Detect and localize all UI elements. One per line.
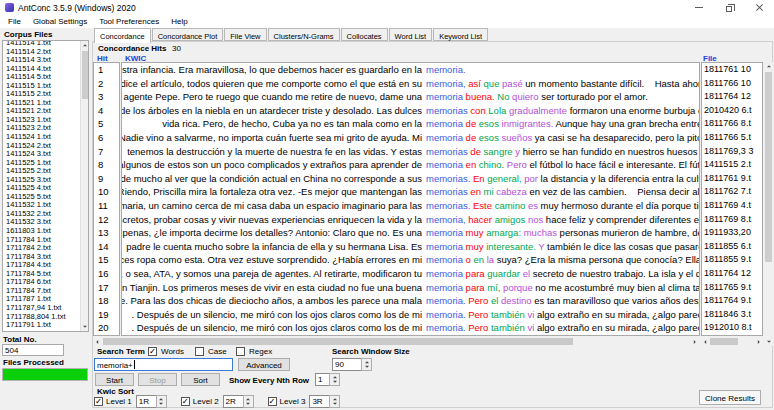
hit-number[interactable]: 11 (94, 199, 119, 213)
corpus-file-item[interactable]: 1411521 2.txt (6, 107, 88, 116)
corpus-file-item[interactable]: 1411525 4.txt (6, 184, 88, 193)
scroll-right-icon[interactable] (755, 337, 763, 346)
corpus-file-item[interactable]: 1411525 1.txt (6, 159, 88, 168)
tab-concordance-plot[interactable]: Concordance Plot (152, 28, 224, 41)
sort-button[interactable]: Sort (181, 373, 220, 386)
spinner-arrows[interactable] (243, 395, 254, 408)
spin-down-icon[interactable] (244, 402, 253, 408)
corpus-file-item[interactable]: 1711784 1.txt (6, 236, 88, 245)
advanced-button[interactable]: Advanced (238, 358, 290, 371)
corpus-file-item[interactable]: 1711784 7.txt (6, 287, 88, 296)
corpus-file-item[interactable]: 1411521 1.txt (6, 99, 88, 108)
corpus-file-item[interactable]: 1411523 2.txt (6, 124, 88, 133)
hit-number[interactable]: 1 (94, 63, 119, 77)
spinner-arrows[interactable] (329, 395, 340, 408)
scroll-up-icon[interactable] (81, 41, 88, 49)
corpus-list-scrollbar[interactable] (80, 41, 88, 331)
corpus-file-item[interactable]: 1411514 3.txt (6, 56, 88, 65)
corpus-file-item[interactable]: 1411525 2.txt (6, 167, 88, 176)
file-name[interactable]: 1811761 10 (702, 63, 762, 77)
scroll-right-icon[interactable] (691, 337, 699, 346)
hit-number[interactable]: 5 (94, 117, 119, 131)
scroll-thumb[interactable] (765, 72, 772, 262)
words-checkbox[interactable] (148, 347, 157, 356)
corpus-file-item[interactable]: 1411524 3.txt (6, 150, 88, 159)
kwic-row[interactable]: rra, o sea, ATA, y somos una pareja de a… (122, 267, 699, 281)
corpus-file-item[interactable]: 1711787 1.txt (6, 295, 88, 304)
hit-number[interactable]: 4 (94, 104, 119, 118)
corpus-file-item[interactable]: 1411525 3.txt (6, 176, 88, 185)
hit-number[interactable]: 13 (94, 226, 119, 240)
kwic-row[interactable]: veces ropa como esta. Otra vez estuve so… (122, 253, 699, 267)
file-name[interactable]: 1811855 6.t (702, 240, 762, 254)
file-name[interactable]: 1811761 9.t (702, 172, 762, 186)
scroll-up-icon[interactable] (764, 62, 773, 70)
hit-number[interactable]: 12 (94, 213, 119, 227)
kwic-row[interactable]: primaria, un camino cerca de mi casa dab… (122, 199, 699, 213)
kwic-horizontal-scrollbar[interactable] (93, 337, 699, 346)
corpus-file-item[interactable]: 1411524 1.txt (6, 133, 88, 142)
level-2-spinner[interactable]: 2R (223, 395, 254, 408)
kwic-row[interactable]: padre le cuenta mucho sobre la infancia … (122, 240, 699, 254)
hit-number[interactable]: 19 (94, 308, 119, 322)
corpus-file-item[interactable]: 1411532 1.txt (6, 201, 88, 210)
tab-clusters-n-grams[interactable]: Clusters/N-Grams (268, 28, 340, 41)
nth-row-spinner[interactable]: 1 (315, 373, 340, 386)
scroll-thumb[interactable] (82, 51, 88, 99)
corpus-file-item[interactable]: 1711784 6.txt (6, 278, 88, 287)
tab-word-list[interactable]: Word List (389, 28, 433, 41)
tab-concordance[interactable]: Concordance (94, 28, 151, 43)
corpus-file-item[interactable]: 1411524 2.txt (6, 142, 88, 151)
spin-down-icon[interactable] (157, 402, 166, 408)
level-1-spinner[interactable]: 1R (136, 395, 167, 408)
kwic-row[interactable]: or, agente Pepe. Pero te ruego que cuand… (122, 90, 699, 104)
kwic-row[interactable]: de los árboles en la niebla en un atarde… (122, 104, 699, 118)
corpus-file-item[interactable]: 1711788,804 1.txt (6, 313, 88, 322)
hit-number[interactable]: 17 (94, 281, 119, 295)
kwic-row[interactable]: nuestra infancia. Era maravillosa, lo qu… (122, 63, 699, 77)
kwic-row[interactable]: . Después de un silencio, me miró con lo… (122, 308, 699, 322)
hit-number[interactable]: 2 (94, 77, 119, 91)
scroll-thumb[interactable] (103, 338, 573, 345)
kwic-row[interactable]: s y penas, ¿le importa decirme los detal… (122, 226, 699, 240)
menu-global-settings[interactable]: Global Settings (27, 15, 93, 28)
file-name[interactable]: 2010420 6.t (702, 104, 762, 118)
scroll-left-icon[interactable] (701, 337, 709, 346)
corpus-file-item[interactable]: 1411525 5.txt (6, 193, 88, 202)
clone-results-button[interactable]: Clone Results (699, 390, 761, 405)
menu-tool-preferences[interactable]: Tool Preferences (93, 15, 165, 28)
spin-down-icon[interactable] (330, 380, 339, 386)
corpus-file-item[interactable]: 1711784 2.txt (6, 244, 88, 253)
hit-number[interactable]: 20 (94, 321, 119, 335)
kwic-row[interactable]: dable. Para las dos chicas de dieciocho … (122, 294, 699, 308)
scroll-thumb[interactable] (710, 338, 738, 345)
stop-button[interactable]: Stop (138, 373, 177, 386)
file-name[interactable]: 1811769 4.t (702, 199, 762, 213)
hit-number[interactable]: 18 (94, 294, 119, 308)
hit-number[interactable]: 15 (94, 253, 119, 267)
spinner-arrows[interactable] (361, 358, 372, 371)
spinner-arrows[interactable] (156, 395, 167, 408)
level-3-spinner[interactable]: 3R (309, 395, 340, 408)
file-name[interactable]: 1811769,3 3 (702, 145, 762, 159)
file-name[interactable]: 1811765 9.t (702, 281, 762, 295)
start-button[interactable]: Start (95, 373, 134, 386)
spinner-arrows[interactable] (329, 373, 340, 386)
scroll-down-icon[interactable] (764, 338, 773, 346)
kwic-row[interactable]: Riendo, Priscilla mira la fortaleza otra… (122, 185, 699, 199)
corpus-file-item[interactable]: 1411523 1.txt (6, 116, 88, 125)
hit-number[interactable]: 14 (94, 240, 119, 254)
corpus-file-item[interactable]: 1411515 1.txt (6, 82, 88, 91)
minimize-button[interactable] (684, 0, 714, 15)
kwic-row[interactable]: d, algunos de estos son un poco complica… (122, 158, 699, 172)
corpus-file-item[interactable]: 1711787,94 1.txt (6, 304, 88, 313)
kwic-row[interactable]: discretos, probar cosas y vivir nuevas e… (122, 213, 699, 227)
file-name[interactable]: 1811846 3.t (702, 308, 762, 322)
spin-down-icon[interactable] (362, 365, 371, 371)
hit-number[interactable]: 3 (94, 90, 119, 104)
hit-number[interactable]: 16 (94, 267, 119, 281)
hit-number[interactable]: 8 (94, 158, 119, 172)
corpus-file-item[interactable]: 1411514 4.txt (6, 65, 88, 74)
hit-number[interactable]: 9 (94, 172, 119, 186)
file-name[interactable]: 1811769 8.t (702, 213, 762, 227)
